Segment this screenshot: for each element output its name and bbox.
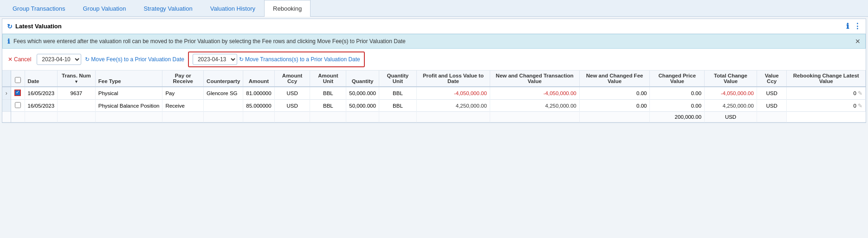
cell-amount-unit: BBL (310, 87, 346, 100)
info-icon: ℹ (7, 38, 10, 45)
table-wrapper: Date Trans. Num ▼ Fee Type Pay or Receiv… (2, 71, 866, 122)
more-options-icon[interactable]: ⋮ (854, 22, 861, 31)
col-amount-unit: Amount Unit (310, 71, 346, 87)
move-fees-button[interactable]: ↻ Move Fee(s) to a Prior Valuation Date (85, 56, 184, 63)
edit-icon[interactable]: ✎ (858, 90, 862, 96)
table-row: › 16/05/2023 9637 Physical Pay Glencore … (2, 87, 866, 100)
cell-amount: 81.000000 (243, 87, 274, 100)
summary-value-ccy: USD (705, 112, 757, 122)
cell-new-changed-trans: -4,050,000.00 (490, 87, 579, 100)
summary-row: 200,000.00 USD (2, 112, 866, 122)
cell-profit-loss: -4,050,000.00 (416, 87, 490, 100)
col-rebooking-change: Rebooking Change Latest Value (787, 71, 866, 87)
cell-date: 16/05/2023 (25, 100, 58, 112)
cell-trans-num: 9637 (58, 87, 96, 100)
col-chevron (2, 71, 11, 87)
move-fees-label: Move Fee(s) to a Prior Valuation Date (91, 56, 184, 63)
cell-rebooking-change: 0 ✎ (787, 87, 866, 100)
cell-counterparty (204, 100, 243, 112)
checkbox-cell (11, 87, 25, 100)
cell-quantity: 50,000.000 (346, 87, 379, 100)
cell-new-changed-fee: 0.00 (579, 87, 650, 100)
info-message: Fees which were entered after the valuat… (13, 38, 406, 45)
col-new-changed-fee: New and Changed Fee Value (579, 71, 650, 87)
transactions-table: Date Trans. Num ▼ Fee Type Pay or Receiv… (2, 71, 866, 122)
col-new-changed-trans: New and Changed Transaction Value (490, 71, 579, 87)
col-pay-receive: Pay or Receive (162, 71, 204, 87)
col-trans-num: Trans. Num ▼ (58, 71, 96, 87)
info-header-icon[interactable]: ℹ (846, 22, 849, 31)
checkbox-cell (11, 100, 25, 112)
cancel-label: Cancel (14, 56, 31, 63)
main-panel: ↻ Latest Valuation ℹ ⋮ ℹ Fees which were… (2, 19, 866, 123)
trans-date-select[interactable]: 2023-04-13 (193, 54, 237, 65)
chevron-cell[interactable]: › (2, 87, 11, 100)
col-value-ccy: Value Ccy (757, 71, 787, 87)
tab-group-valuation[interactable]: Group Valuation (74, 0, 135, 17)
panel-header: ↻ Latest Valuation ℹ ⋮ (2, 19, 866, 34)
col-amount-ccy: Amount Ccy (274, 71, 310, 87)
edit-icon[interactable]: ✎ (858, 103, 862, 109)
chevron-cell[interactable] (2, 100, 11, 112)
tabs-bar: Group Transactions Group Valuation Strat… (0, 0, 868, 17)
cell-counterparty: Glencore SG (204, 87, 243, 100)
cell-quantity: 50,000.000 (346, 100, 379, 112)
cell-profit-loss: 4,250,000.00 (416, 100, 490, 112)
panel-header-icons: ℹ ⋮ (846, 22, 861, 31)
cell-amount-unit: BBL (310, 100, 346, 112)
cell-value-ccy: USD (757, 100, 787, 112)
move-trans-label: Move Transactions(s) to a Prior Valuatio… (245, 56, 360, 63)
cell-trans-num (58, 100, 96, 112)
panel-title: ↻ Latest Valuation (7, 23, 62, 30)
col-total-change-value: Total Change Value (705, 71, 757, 87)
cell-date: 16/05/2023 (25, 87, 58, 100)
cell-rebooking-change: 0 ✎ (787, 100, 866, 112)
cell-fee-type: Physical (95, 87, 162, 100)
tab-strategy-valuation[interactable]: Strategy Valuation (135, 0, 201, 17)
col-amount: Amount (243, 71, 274, 87)
cell-new-changed-fee: 0.00 (579, 100, 650, 112)
toolbar: ✕ Cancel 2023-04-10 ↻ Move Fee(s) to a P… (2, 49, 866, 71)
tab-group-transactions[interactable]: Group Transactions (4, 0, 74, 17)
col-date: Date (25, 71, 58, 87)
cell-value-ccy: USD (757, 87, 787, 100)
cell-new-changed-trans: 4,250,000.00 (490, 100, 579, 112)
summary-total-change: 200,000.00 (650, 112, 705, 122)
info-bar: ℹ Fees which were entered after the valu… (2, 34, 866, 49)
cell-pay-receive: Pay (162, 87, 204, 100)
cell-quantity-unit: BBL (379, 100, 416, 112)
row1-checkbox[interactable] (14, 90, 21, 96)
sort-icon[interactable]: ▼ (74, 79, 78, 84)
refresh-icon[interactable]: ↻ (7, 23, 13, 30)
chevron-cell (2, 112, 11, 122)
select-all-checkbox[interactable] (15, 77, 21, 83)
cell-quantity-unit: BBL (379, 87, 416, 100)
fee-date-select[interactable]: 2023-04-10 (37, 54, 81, 65)
cell-amount: 85.000000 (243, 100, 274, 112)
cell-amount-ccy: USD (274, 87, 310, 100)
close-info-button[interactable]: ✕ (855, 38, 861, 45)
move-fees-refresh-icon: ↻ (85, 56, 90, 63)
table-row: 16/05/2023 Physical Balance Position Rec… (2, 100, 866, 112)
col-profit-loss: Profit and Loss Value to Date (416, 71, 490, 87)
cell-total-change-value: 4,250,000.00 (705, 100, 757, 112)
tab-rebooking[interactable]: Rebooking (264, 0, 311, 17)
tab-valuation-history[interactable]: Valuation History (201, 0, 264, 17)
cell-fee-type: Physical Balance Position (95, 100, 162, 112)
col-counterparty: Counterparty (204, 71, 243, 87)
col-quantity-unit: Quantity Unit (379, 71, 416, 87)
move-transactions-button[interactable]: ↻ Move Transactions(s) to a Prior Valuat… (239, 56, 360, 63)
cancel-button[interactable]: ✕ Cancel (6, 55, 33, 64)
cell-pay-receive: Receive (162, 100, 204, 112)
row2-checkbox[interactable] (15, 102, 21, 108)
col-checkbox (11, 71, 25, 87)
cell-changed-price: 0.00 (650, 100, 705, 112)
col-quantity: Quantity (346, 71, 379, 87)
col-fee-type: Fee Type (95, 71, 162, 87)
cell-amount-ccy: USD (274, 100, 310, 112)
move-trans-refresh-icon: ↻ (239, 56, 244, 63)
col-changed-price: Changed Price Value (650, 71, 705, 87)
cancel-x-icon: ✕ (8, 56, 13, 63)
cell-total-change-value: -4,050,000.00 (705, 87, 757, 100)
cell-changed-price: 0.00 (650, 87, 705, 100)
